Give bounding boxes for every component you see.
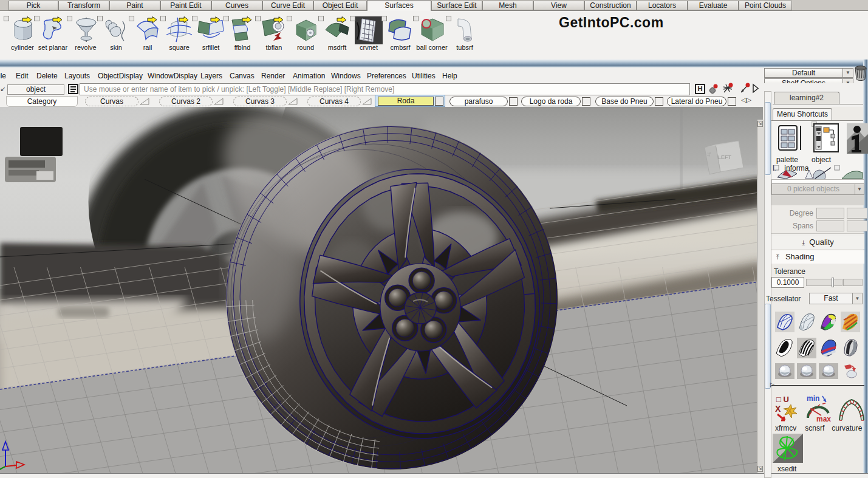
svg-text:X: X	[787, 407, 792, 415]
svg-text:max: max	[816, 415, 831, 423]
svg-text:X: X	[775, 404, 781, 414]
svg-text:LEFT: LEFT	[718, 154, 732, 160]
svg-text:□ U: □ U	[776, 395, 789, 404]
svg-text:min: min	[807, 394, 819, 403]
